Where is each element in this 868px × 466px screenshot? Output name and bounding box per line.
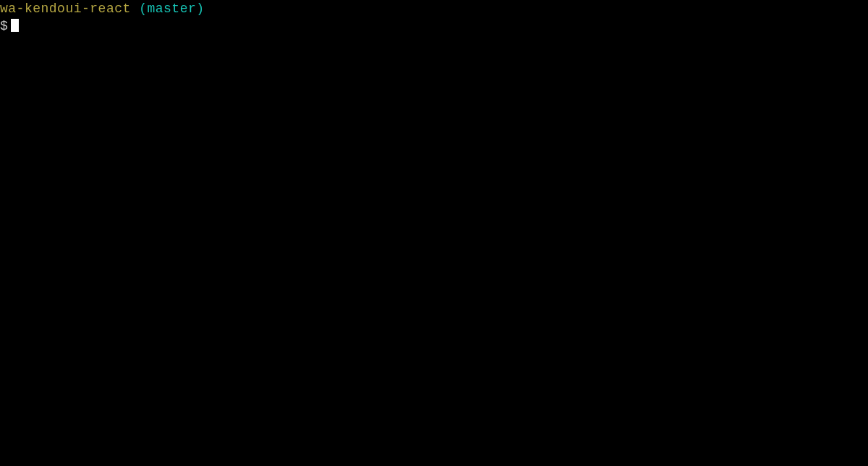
- terminal-line-2: $: [0, 17, 868, 35]
- terminal-window[interactable]: wa-kendoui-react (master) $: [0, 0, 868, 35]
- current-path: wa-kendoui-react: [0, 1, 131, 16]
- cursor-icon: [11, 19, 19, 32]
- git-branch: (master): [131, 1, 205, 16]
- terminal-line-1: wa-kendoui-react (master): [0, 0, 868, 17]
- prompt-symbol: $: [0, 19, 8, 33]
